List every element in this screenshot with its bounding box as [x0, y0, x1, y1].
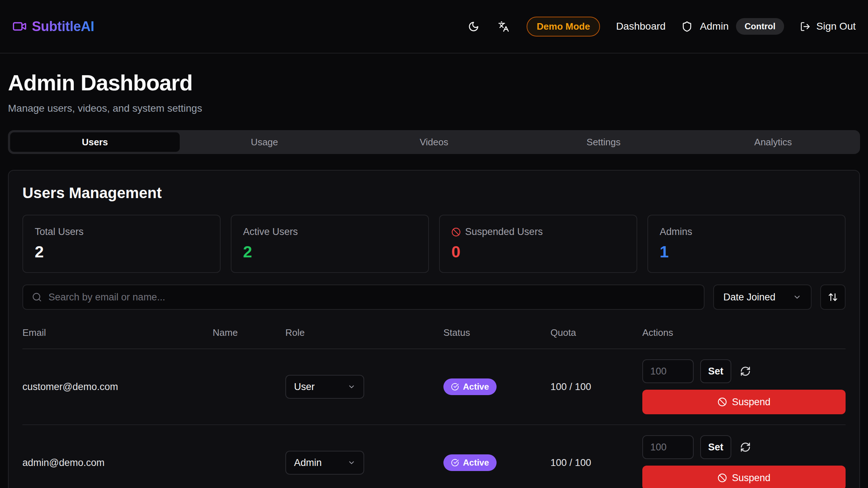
- column-header-email: Email: [22, 327, 213, 338]
- chevron-down-icon: [348, 459, 356, 467]
- admin-role-label: Admin: [700, 21, 728, 32]
- circle-check-icon: [451, 383, 459, 391]
- list-controls: Date Joined: [22, 284, 846, 310]
- suspend-button[interactable]: Suspend: [642, 390, 846, 414]
- chevron-down-icon: [348, 383, 356, 391]
- shield-icon: [681, 21, 693, 32]
- tab-videos[interactable]: Videos: [349, 132, 519, 152]
- stat-value-total-users: 2: [35, 243, 208, 261]
- sign-out-button[interactable]: Sign Out: [800, 21, 856, 32]
- column-header-quota: Quota: [550, 327, 642, 338]
- tab-analytics[interactable]: Analytics: [688, 132, 858, 152]
- nav-actions: Demo Mode Dashboard Admin Control Sign O…: [467, 17, 856, 37]
- set-quota-button[interactable]: Set: [700, 359, 731, 383]
- stats-row: Total Users 2 Active Users 2 Suspended U…: [22, 215, 846, 273]
- moon-icon: [468, 21, 479, 32]
- control-badge: Control: [736, 18, 784, 35]
- circle-check-icon: [451, 459, 459, 467]
- sort-field-value: Date Joined: [723, 292, 775, 303]
- tab-settings[interactable]: Settings: [519, 132, 688, 152]
- languages-icon: [498, 21, 509, 32]
- quota-value: 100 / 100: [550, 457, 642, 468]
- table-row: admin@demo.com Admin Acti: [22, 425, 846, 488]
- status-label: Active: [463, 458, 489, 468]
- admin-indicator: Admin Control: [681, 18, 784, 35]
- stat-value-admins: 1: [660, 243, 833, 261]
- tab-users[interactable]: Users: [10, 132, 180, 152]
- chevron-down-icon: [793, 293, 801, 301]
- stat-value-suspended-users: 0: [451, 243, 625, 261]
- user-email: customer@demo.com: [22, 381, 213, 393]
- dashboard-link[interactable]: Dashboard: [616, 21, 665, 32]
- stat-label: Total Users: [35, 226, 84, 237]
- column-header-name: Name: [213, 327, 285, 338]
- refresh-icon: [740, 366, 751, 377]
- video-camera-icon: [12, 19, 27, 34]
- role-select[interactable]: User: [285, 375, 364, 399]
- role-value: Admin: [294, 457, 322, 468]
- stat-label: Admins: [660, 226, 692, 237]
- status-badge: Active: [443, 378, 497, 395]
- tab-usage[interactable]: Usage: [180, 132, 349, 152]
- page-subtitle: Manage users, videos, and system setting…: [8, 103, 860, 114]
- sort-direction-button[interactable]: [820, 284, 846, 310]
- log-out-icon: [800, 21, 810, 32]
- ban-icon: [451, 227, 461, 237]
- ban-icon: [718, 397, 727, 407]
- stat-label: Suspended Users: [465, 226, 543, 237]
- language-toggle-button[interactable]: [497, 20, 511, 34]
- search-input[interactable]: [48, 292, 695, 303]
- app-title: SubtitleAI: [32, 19, 94, 34]
- reset-quota-button[interactable]: [738, 364, 753, 379]
- panel-title: Users Management: [22, 184, 846, 202]
- stat-card-total-users: Total Users 2: [22, 215, 221, 273]
- page-title: Admin Dashboard: [8, 70, 860, 95]
- stat-card-suspended-users: Suspended Users 0: [439, 215, 637, 273]
- sort-field-select[interactable]: Date Joined: [713, 284, 812, 310]
- users-management-panel: Users Management Total Users 2 Active Us…: [8, 170, 860, 488]
- column-header-status: Status: [443, 327, 550, 338]
- quota-input[interactable]: [642, 435, 694, 459]
- arrow-up-down-icon: [828, 292, 838, 302]
- status-badge: Active: [443, 454, 497, 471]
- dashboard-tabs: Users Usage Videos Settings Analytics: [8, 130, 860, 154]
- user-email: admin@demo.com: [22, 457, 213, 468]
- reset-quota-button[interactable]: [738, 440, 753, 455]
- row-actions: Set Suspend: [642, 359, 846, 414]
- column-header-actions: Actions: [642, 327, 846, 338]
- role-select[interactable]: Admin: [285, 451, 364, 475]
- set-quota-button[interactable]: Set: [700, 435, 731, 459]
- users-table: Email Name Role Status Quota Actions cus…: [22, 327, 846, 488]
- search-box: [22, 284, 705, 310]
- stat-card-active-users: Active Users 2: [231, 215, 429, 273]
- table-header: Email Name Role Status Quota Actions: [22, 327, 846, 349]
- quota-value: 100 / 100: [550, 381, 642, 393]
- role-value: User: [294, 381, 315, 393]
- column-header-role: Role: [285, 327, 443, 338]
- suspend-label: Suspend: [732, 472, 771, 484]
- stat-card-admins: Admins 1: [647, 215, 846, 273]
- sign-out-label: Sign Out: [816, 21, 856, 32]
- main-content: Admin Dashboard Manage users, videos, an…: [0, 70, 868, 488]
- demo-mode-badge: Demo Mode: [527, 17, 600, 37]
- suspend-button[interactable]: Suspend: [642, 466, 846, 488]
- app-logo[interactable]: SubtitleAI: [12, 19, 94, 34]
- stat-value-active-users: 2: [243, 243, 417, 261]
- refresh-icon: [740, 442, 751, 453]
- theme-toggle-button[interactable]: [467, 20, 481, 34]
- row-actions: Set Suspend: [642, 435, 846, 488]
- top-nav: SubtitleAI Demo Mode Dashboard Admin Con…: [0, 0, 868, 53]
- status-label: Active: [463, 382, 489, 392]
- table-row: customer@demo.com User Ac: [22, 349, 846, 425]
- search-icon: [32, 292, 42, 302]
- quota-input[interactable]: [642, 359, 694, 383]
- ban-icon: [718, 473, 727, 483]
- stat-label: Active Users: [243, 226, 298, 237]
- suspend-label: Suspend: [732, 397, 771, 408]
